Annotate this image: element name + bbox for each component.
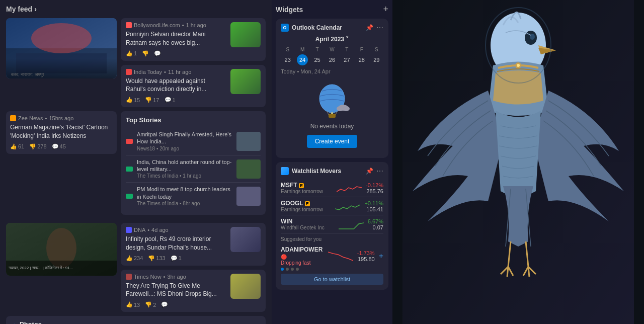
bollywood-source: BollywoodLife.com • 1 hr ago [126, 22, 226, 28]
dhoni-card[interactable]: Times Now • 3hr ago They Are Trying To G… [121, 270, 266, 312]
dot-2[interactable] [286, 268, 289, 271]
stock-row-googl[interactable]: GOOGL E Earnings tomorrow +0.11% 105.41 [281, 197, 383, 215]
suggested-label: Suggested for you [281, 236, 383, 242]
zee-dislike[interactable]: 👎 278 [29, 143, 46, 150]
top-stories-title: Top Stories [126, 116, 261, 124]
bollywood-likes[interactable]: 👍 1 [126, 50, 137, 57]
dna-dislike[interactable]: 👎 133 [148, 255, 165, 262]
watchlist-icon [281, 167, 289, 175]
dna-thumb [230, 227, 261, 252]
go-to-watchlist-btn[interactable]: Go to watchlist [281, 274, 383, 285]
indiatoday-likes[interactable]: 👍 15 [126, 97, 140, 103]
adani-row[interactable]: ADANIPOWER 🔴 Dropping fast -1.73% 195.80… [281, 244, 383, 268]
story2-thumb [236, 159, 261, 179]
story1-title: Amritpal Singh Finally Arrested, Here's … [137, 131, 232, 145]
dna-likes[interactable]: 👍 234 [126, 255, 143, 262]
stock-row-msft[interactable]: MSFT E Earnings tomorrow -0.12% 285.76 [281, 179, 383, 197]
top-stories: Top Stories Amritpal Singh Finally Arres… [121, 111, 266, 215]
photos-menu-btn[interactable]: ... [256, 320, 262, 324]
no-events-illustration [312, 84, 352, 119]
calendar-chevron: ˅ [346, 36, 349, 43]
calendar-pin-btn[interactable]: 📌 [366, 24, 373, 32]
watchlist-menu-btn[interactable]: ⋯ [376, 167, 383, 175]
feed-title: My feed [6, 5, 32, 13]
story-item[interactable]: India, China hold another round of top-l… [126, 155, 261, 183]
win-chart [339, 218, 364, 230]
dhoni-title: They Are Trying To Give Me Farewell...: … [126, 282, 226, 299]
zee-likes[interactable]: 👍 61 [10, 143, 24, 150]
no-events-area: No events today Create event [281, 78, 383, 153]
feed-area: My feed › बलव, नारायण, जयपुर [0, 0, 272, 324]
msft-chart [337, 182, 362, 194]
dna-comment[interactable]: 💬 1 [171, 255, 182, 262]
create-event-button[interactable]: Create event [307, 135, 358, 148]
widgets-area: Widgets + O Outlook Calendar 📌 ⋯ April 2… [272, 0, 392, 324]
svg-text:बलव, नारायण, जयपुर: बलव, नारायण, जयपुर [11, 72, 44, 77]
svg-point-23 [517, 64, 520, 67]
svg-point-21 [530, 34, 535, 40]
bollywood-dislike[interactable]: 👎 [142, 50, 149, 57]
cal-day-24-today[interactable]: 24 [297, 54, 308, 65]
widgets-add-btn[interactable]: + [383, 4, 388, 15]
cal-day-28[interactable]: 28 [356, 54, 367, 65]
adani-add-btn[interactable]: + [379, 252, 383, 261]
svg-rect-3 [16, 53, 107, 73]
calendar-grid: S M T W T F S 23 24 25 26 27 28 29 [281, 46, 383, 65]
story1-thumb [236, 132, 261, 151]
story3-title: PM Modi to meet 8 top church leaders in … [137, 186, 232, 200]
dot-1[interactable] [281, 268, 284, 271]
eagle-svg [392, 0, 644, 324]
calendar-widget: O Outlook Calendar 📌 ⋯ April 2023 ˅ S M … [276, 19, 388, 158]
stock-row-win[interactable]: WIN Windfall Geotek Inc 6.67% 0.07 [281, 215, 383, 233]
bollywood-card[interactable]: BollywoodLife.com • 1 hr ago Ponniyin Se… [121, 18, 266, 61]
feed-chevron: › [34, 5, 37, 13]
svg-text:नवम्बर, 2022 | समर... | कॉडिने: नवम्बर, 2022 | समर... | कॉडिनेटर में : 9… [8, 265, 73, 270]
dhoni-thumb [230, 274, 261, 299]
zee-comment[interactable]: 💬 45 [52, 143, 66, 150]
bollywood-thumb [230, 22, 261, 47]
watchlist-title: Watchlist Movers [292, 168, 341, 175]
politician-card[interactable]: नवम्बर, 2022 | समर... | कॉडिनेटर में : 9… [6, 223, 117, 276]
no-events-text: No events today [310, 123, 354, 130]
dhoni-comment[interactable]: 💬 [161, 301, 168, 308]
svg-point-2 [31, 23, 92, 53]
zee-card[interactable]: Zee News • 15hrs ago German Magazine's '… [6, 111, 117, 154]
indiatoday-card[interactable]: India Today • 11 hr ago Would have appea… [121, 65, 266, 108]
story-item[interactable]: PM Modi to meet 8 top church leaders in … [126, 183, 261, 210]
googl-chart [335, 200, 360, 212]
dna-source: DNA • 4d ago [126, 227, 226, 233]
widgets-header: Widgets + [276, 4, 388, 15]
cal-day-26[interactable]: 26 [327, 54, 338, 65]
indiatoday-comment[interactable]: 💬 1 [165, 97, 176, 103]
dhoni-likes[interactable]: 👍 13 [126, 301, 140, 308]
indiatoday-title: Would have appealed against Rahul's conv… [126, 77, 226, 94]
zee-title: German Magazine's 'Racist' Cartoon 'Mock… [10, 123, 113, 140]
calendar-month: April 2023 [315, 36, 344, 43]
watchlist-pin-btn[interactable]: 📌 [366, 167, 373, 175]
feed-header[interactable]: My feed › [6, 5, 266, 13]
dhoni-source: Times Now • 3hr ago [126, 274, 226, 280]
toi1-icon [126, 167, 133, 172]
dot-4[interactable] [296, 268, 299, 271]
dot-3[interactable] [291, 268, 294, 271]
bollywood-comment[interactable]: 💬 [154, 50, 161, 57]
calendar-today-label: Today • Mon, 24 Apr [281, 68, 383, 74]
dna-card[interactable]: DNA • 4d ago Infinity pool, Rs 49 crore … [121, 223, 266, 266]
zee-source: Zee News • 15hrs ago [10, 115, 113, 121]
indiatoday-dislike[interactable]: 👎 17 [145, 97, 159, 103]
dhoni-dislike[interactable]: 👎 2 [145, 301, 156, 308]
dna-section: नवम्बर, 2022 | समर... | कॉडिनेटर में : 9… [6, 223, 117, 312]
featured-image-card[interactable]: बलव, नारायण, जयपुर [6, 18, 117, 78]
cal-day-25[interactable]: 25 [312, 54, 323, 65]
photos-title: Photos [20, 320, 42, 324]
story2-title: India, China hold another round of top-l… [137, 158, 232, 173]
indiatoday-source: India Today • 11 hr ago [126, 69, 226, 75]
story-item[interactable]: Amritpal Singh Finally Arrested, Here's … [126, 128, 261, 155]
cal-day-27[interactable]: 27 [341, 54, 352, 65]
cal-day-29[interactable]: 29 [371, 54, 382, 65]
story3-thumb [236, 187, 261, 206]
calendar-title: Outlook Calendar [292, 24, 342, 31]
calendar-menu-btn[interactable]: ⋯ [376, 24, 383, 32]
cal-day-23[interactable]: 23 [282, 54, 293, 65]
widgets-title: Widgets [276, 6, 303, 14]
